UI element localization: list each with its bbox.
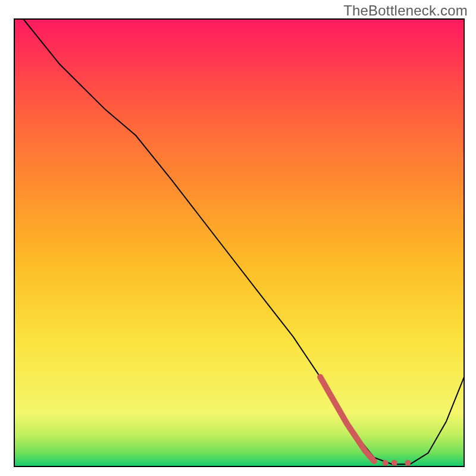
chart-svg	[0, 0, 476, 476]
chart-container: TheBottleneck.com	[0, 0, 476, 476]
highlight-dot	[405, 460, 411, 466]
watermark-text: TheBottleneck.com	[343, 2, 468, 19]
highlight-dot	[392, 460, 397, 466]
highlight-dot	[383, 460, 389, 466]
